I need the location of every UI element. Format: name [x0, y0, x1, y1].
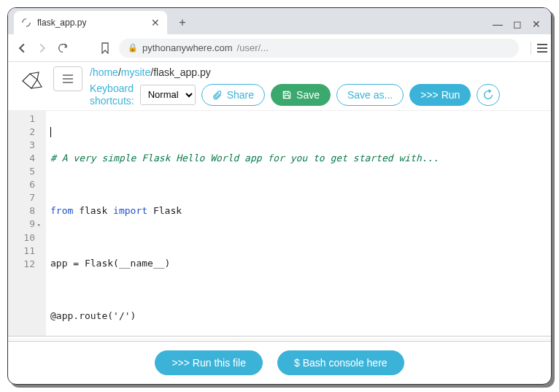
address-bar[interactable]: 🔒 pythonanywhere.com/user/... [119, 39, 519, 58]
tab-title: flask_app.py [37, 18, 151, 28]
window-minimize-icon[interactable]: — [493, 18, 503, 30]
browser-menu-button[interactable] [531, 42, 544, 55]
back-button[interactable] [15, 42, 28, 55]
splitter-handle[interactable] [8, 336, 551, 342]
forward-button[interactable] [36, 42, 49, 55]
tab-favicon [21, 18, 31, 28]
browser-tab-strip: flask_app.py ✕ + — ◻ ✕ [8, 8, 551, 34]
new-tab-button[interactable]: + [173, 13, 192, 32]
bookmark-icon[interactable] [99, 42, 112, 55]
window-close-icon[interactable]: ✕ [532, 18, 541, 30]
url-host: pythonanywhere.com [142, 42, 233, 53]
save-icon [282, 90, 292, 100]
run-this-file-button[interactable]: >>> Run this file [155, 350, 263, 375]
bash-console-button[interactable]: $ Bash console here [277, 350, 404, 375]
save-button[interactable]: Save [271, 84, 331, 106]
share-button[interactable]: Share [201, 84, 265, 106]
breadcrumb: /home/mysite/flask_app.py [90, 66, 542, 78]
browser-toolbar: 🔒 pythonanywhere.com/user/... [8, 34, 551, 62]
paperclip-icon [212, 90, 223, 100]
app-menu-button[interactable] [53, 66, 82, 91]
breadcrumb-mysite[interactable]: mysite [121, 66, 150, 78]
window-maximize-icon[interactable]: ◻ [513, 18, 522, 30]
code-area[interactable]: # A very simple Flask Hello World app fo… [46, 111, 551, 336]
breadcrumb-file: flask_app.py [153, 66, 211, 78]
url-path: /user/... [237, 42, 269, 53]
text-cursor [50, 127, 51, 137]
keyboard-shortcuts-link[interactable]: Keyboardshortcuts: [90, 82, 134, 107]
lock-icon: 🔒 [128, 43, 138, 53]
close-tab-icon[interactable]: ✕ [151, 17, 160, 28]
run-button[interactable]: >>> Run [409, 84, 471, 106]
line-gutter: 1 2 3 4 5 6 7 8 9▾10 11 12 [8, 111, 46, 336]
mode-select[interactable]: Normal [140, 85, 196, 105]
refresh-icon [482, 89, 494, 101]
save-as-button[interactable]: Save as... [336, 84, 404, 106]
browser-tab[interactable]: flask_app.py ✕ [14, 11, 167, 34]
code-editor[interactable]: 1 2 3 4 5 6 7 8 9▾10 11 12 # A very simp… [8, 110, 551, 336]
breadcrumb-home[interactable]: /home [90, 66, 118, 78]
refresh-button[interactable] [477, 84, 500, 106]
app-logo [17, 66, 46, 96]
reload-button[interactable] [56, 42, 69, 55]
